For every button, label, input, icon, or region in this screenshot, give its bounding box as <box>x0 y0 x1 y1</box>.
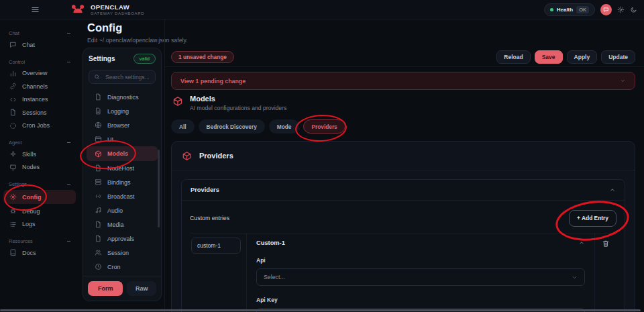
sidebar-item-channels[interactable]: Channels <box>0 80 79 93</box>
chevron-up-icon[interactable] <box>609 187 616 193</box>
settings-footer: Form Raw <box>83 276 161 301</box>
settings-item-diagnostics[interactable]: Diagnostics <box>83 90 161 104</box>
file-icon <box>9 109 17 116</box>
theme-moon-icon[interactable] <box>630 6 637 13</box>
trash-icon[interactable] <box>602 240 610 248</box>
entry-trash-column <box>595 233 616 312</box>
clock-icon <box>95 263 102 270</box>
sidebar-item-nodes[interactable]: Nodes <box>0 161 79 174</box>
settings-item-cron[interactable]: Cron <box>83 260 161 274</box>
stack-icon <box>95 178 102 186</box>
music-note-icon <box>95 207 102 214</box>
sidebar-item-instances[interactable]: Instances <box>0 93 79 107</box>
entry-key-input[interactable] <box>191 238 241 254</box>
pending-change-text: View 1 pending change <box>180 78 246 85</box>
form-button[interactable]: Form <box>88 281 123 296</box>
tab-providers[interactable]: Providers <box>303 119 345 134</box>
raw-button[interactable]: Raw <box>127 281 156 296</box>
health-status-badge: OK <box>576 6 589 13</box>
settings-search-input[interactable] <box>104 73 150 81</box>
sidebar-item-sessions[interactable]: Sessions <box>0 106 79 119</box>
sidebar-item-logs[interactable]: Logs <box>0 218 79 231</box>
cube-icon <box>95 150 102 158</box>
cube-icon <box>182 151 192 161</box>
hamburger-menu-icon[interactable] <box>31 5 40 14</box>
sidebar-section-control[interactable]: Control <box>0 57 79 67</box>
monitor-icon <box>9 164 17 171</box>
brand-title: OPENCLAW <box>91 3 144 11</box>
collapse-dash-icon <box>67 33 70 34</box>
entry-main-column: Custom-1 Api Select... Api Key <box>246 233 595 312</box>
globe-icon <box>95 121 102 129</box>
providers-card-body: Providers Custom entries + Add Entry <box>172 170 635 312</box>
sidebar-section-chat[interactable]: Chat <box>0 28 79 38</box>
brand[interactable]: OPENCLAW GATEWAY DASHBOARD <box>70 3 144 16</box>
collapse-dash-icon <box>67 241 70 242</box>
chat-bubble-button[interactable] <box>600 4 612 15</box>
toolbar: 1 unsaved change Reload Save Apply Updat… <box>171 48 635 66</box>
api-select[interactable]: Select... <box>256 268 585 286</box>
book-icon <box>9 249 17 256</box>
settings-item-nodehost[interactable]: NodeHost <box>83 161 161 175</box>
window-icon <box>95 136 102 143</box>
add-entry-button[interactable]: + Add Entry <box>569 210 616 227</box>
settings-item-approvals[interactable]: Approvals <box>83 231 161 246</box>
apply-button[interactable]: Apply <box>567 50 598 64</box>
api-key-field-label: Api Key <box>256 297 585 303</box>
settings-item-models[interactable]: Models <box>87 146 158 161</box>
topbar: OPENCLAW GATEWAY DASHBOARD Health OK <box>0 0 644 19</box>
health-status-pill[interactable]: Health OK <box>544 3 595 16</box>
save-button[interactable]: Save <box>535 50 563 64</box>
settings-item-broadcast[interactable]: Broadcast <box>83 189 161 203</box>
sidebar-item-overview[interactable]: Overview <box>0 67 79 81</box>
settings-panel-header: Settings valid <box>83 48 161 67</box>
settings-item-bindings[interactable]: Bindings <box>83 175 161 189</box>
collapse-dash-icon <box>67 184 70 185</box>
gear-icon[interactable] <box>617 6 625 13</box>
cube-icon <box>172 96 183 107</box>
settings-scrollbar[interactable] <box>158 150 160 227</box>
settings-item-logging[interactable]: Logging <box>83 104 161 118</box>
sidebar-item-docs[interactable]: Docs <box>0 246 79 260</box>
topbar-actions: Health OK <box>544 3 637 16</box>
list-icon <box>9 221 17 228</box>
health-dot-icon <box>550 8 553 11</box>
settings-item-media[interactable]: Media <box>83 217 161 231</box>
settings-search[interactable] <box>89 70 156 84</box>
sidebar-section-resources[interactable]: Resources <box>0 236 79 246</box>
settings-item-browser[interactable]: Browser <box>83 118 161 132</box>
bug-icon <box>9 207 17 215</box>
sidebar-item-chat[interactable]: Chat <box>0 38 79 52</box>
sidebar: Chat Chat Control Overview Channels Inst… <box>0 19 79 312</box>
settings-item-audio[interactable]: Audio <box>83 203 161 217</box>
settings-item-session[interactable]: Session <box>83 246 161 260</box>
models-section-title: Models <box>190 95 286 103</box>
reload-button[interactable]: Reload <box>496 50 530 64</box>
entry-header[interactable]: Custom-1 <box>256 240 585 246</box>
settings-item-ui[interactable]: UI <box>83 132 161 146</box>
file-icon <box>95 221 102 228</box>
tab-all[interactable]: All <box>171 119 195 134</box>
api-field-label: Api <box>256 257 585 264</box>
settings-panel-title: Settings <box>89 55 115 62</box>
sidebar-item-config[interactable]: Config <box>3 190 76 204</box>
providers-group-header[interactable]: Providers <box>182 180 625 201</box>
update-button[interactable]: Update <box>601 50 635 64</box>
chevron-up-icon[interactable] <box>578 240 585 246</box>
sidebar-item-debug[interactable]: Debug <box>0 205 79 218</box>
sidebar-section-agent[interactable]: Agent <box>0 138 79 148</box>
file-icon <box>95 93 102 101</box>
sidebar-item-skills[interactable]: Skills <box>0 148 79 161</box>
custom-entries-label: Custom entries <box>190 215 229 221</box>
sidebar-section-settings[interactable]: Settings <box>0 179 79 189</box>
file-icon <box>95 164 102 172</box>
tab-bedrock-discovery[interactable]: Bedrock Discovery <box>199 119 265 134</box>
horizontal-scrollbar[interactable] <box>0 309 641 311</box>
providers-card: Providers Providers Custom entries + Add… <box>171 141 635 312</box>
models-section-header: Models AI model configurations and provi… <box>172 95 286 111</box>
pending-change-banner[interactable]: View 1 pending change <box>171 72 635 90</box>
providers-group: Providers Custom entries + Add Entry <box>181 179 625 312</box>
users-icon <box>95 249 102 256</box>
tab-mode[interactable]: Mode <box>269 119 300 134</box>
sidebar-item-cron-jobs[interactable]: Cron Jobs <box>0 119 79 133</box>
